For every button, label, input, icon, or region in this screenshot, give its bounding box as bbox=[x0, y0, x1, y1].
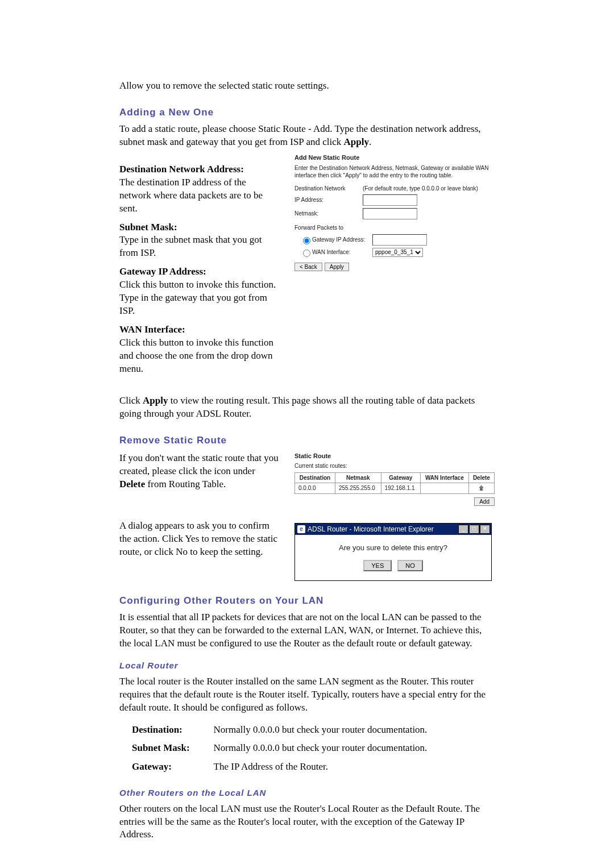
routes-caption: Current static routes: bbox=[294, 462, 495, 470]
remove-para2: A dialog appears to ask you to confirm t… bbox=[119, 520, 279, 559]
td-wan bbox=[420, 483, 468, 494]
static-route-title: Static Route bbox=[294, 452, 495, 460]
th-netmask: Netmask bbox=[335, 472, 381, 483]
static-route-panel: Static Route Current static routes: Dest… bbox=[294, 452, 495, 506]
wan-radio[interactable] bbox=[303, 250, 310, 257]
other-para: Other routers on the local LAN must use … bbox=[119, 803, 495, 842]
close-icon[interactable]: ✕ bbox=[480, 525, 490, 534]
th-delete: Delete bbox=[468, 472, 494, 483]
cfg-sm-label: Subnet Mask: bbox=[132, 740, 213, 757]
cfg-sm-value: Normally 0.0.0.0 but check your router d… bbox=[214, 740, 428, 757]
td-gw: 192.168.1.1 bbox=[381, 483, 420, 494]
def-dna-title: Destination Network Address: bbox=[119, 163, 279, 176]
no-button[interactable]: NO bbox=[397, 560, 423, 571]
td-dest: 0.0.0.0 bbox=[295, 483, 335, 494]
table-row: 0.0.0.0 255.255.255.0 192.168.1.1 🗑 bbox=[295, 483, 495, 494]
local-config-table: Destination:Normally 0.0.0.0 but check y… bbox=[131, 720, 428, 778]
forward-label: Forward Packets to bbox=[294, 224, 363, 232]
remove-p1c: from Routing Table. bbox=[145, 479, 226, 489]
cfg-gw-label: Gateway: bbox=[132, 758, 213, 776]
apply-note-post: to view the routing result. This page sh… bbox=[119, 395, 475, 419]
add-route-panel: Add New Static Route Enter the Destinati… bbox=[294, 153, 495, 271]
netmask-label: Netmask: bbox=[294, 210, 363, 218]
apply-note-pre: Click bbox=[119, 395, 143, 406]
dest-hint: (For default route, type 0.0.0.0 or leav… bbox=[363, 185, 478, 193]
adding-desc-text: To add a static route, please choose Sta… bbox=[119, 123, 481, 147]
heading-adding: Adding a New One bbox=[119, 106, 495, 119]
wan-radio-label: WAN Interface: bbox=[312, 248, 372, 256]
local-para: The local router is the Router installed… bbox=[119, 675, 495, 715]
th-gateway: Gateway bbox=[381, 472, 420, 483]
ie-icon: e bbox=[297, 525, 305, 533]
gateway-radio[interactable] bbox=[303, 237, 310, 244]
apply-note-bold: Apply bbox=[143, 395, 168, 406]
yes-button[interactable]: YES bbox=[363, 560, 392, 571]
def-dna-desc: The destination IP address of the networ… bbox=[119, 176, 279, 215]
cfg-dest-label: Destination: bbox=[132, 721, 213, 739]
wan-select[interactable]: pppoe_0_35_1 bbox=[372, 248, 423, 257]
def-sm-desc: Type in the subnet mask that you got fro… bbox=[119, 234, 279, 260]
dialog-message: Are you sure to delete this entry? bbox=[301, 543, 486, 553]
panel-text: Enter the Destination Network Address, N… bbox=[294, 164, 495, 179]
heading-config: Configuring Other Routers on Your LAN bbox=[119, 595, 495, 608]
netmask-input[interactable] bbox=[363, 208, 417, 219]
heading-other-routers: Other Routers on the Local LAN bbox=[119, 787, 495, 799]
routes-table: Destination Netmask Gateway WAN Interfac… bbox=[294, 472, 495, 494]
ip-label: IP Address: bbox=[294, 196, 363, 204]
apply-button[interactable]: Apply bbox=[325, 263, 349, 271]
back-button[interactable]: < Back bbox=[294, 263, 322, 271]
def-wan-title: WAN Interface: bbox=[119, 323, 279, 337]
def-gw-title: Gateway IP Address: bbox=[119, 265, 279, 279]
cfg-gw-value: The IP Address of the Router. bbox=[214, 758, 428, 776]
dialog-titlebar: e ADSL Router - Microsoft Internet Explo… bbox=[295, 524, 491, 535]
adding-desc: To add a static route, please choose Sta… bbox=[119, 123, 495, 149]
dialog-title: ADSL Router - Microsoft Internet Explore… bbox=[308, 525, 434, 534]
definition-list: Destination Network Address: The destina… bbox=[119, 163, 279, 376]
td-nm: 255.255.255.0 bbox=[335, 483, 381, 494]
apply-note: Click Apply to view the routing result. … bbox=[119, 394, 495, 421]
def-gw-desc: Click this button to invoke this functio… bbox=[119, 279, 279, 318]
config-para: It is essential that all IP packets for … bbox=[119, 611, 495, 650]
minimize-icon[interactable]: _ bbox=[458, 525, 468, 534]
trash-icon[interactable]: 🗑 bbox=[479, 485, 484, 491]
confirm-dialog: e ADSL Router - Microsoft Internet Explo… bbox=[294, 523, 492, 581]
ip-input[interactable] bbox=[363, 194, 417, 206]
remove-para1: If you don't want the static route that … bbox=[119, 452, 279, 491]
add-button[interactable]: Add bbox=[474, 497, 495, 506]
intro-text: Allow you to remove the selected static … bbox=[119, 80, 495, 93]
gateway-radio-label: Gateway IP Address: bbox=[312, 236, 372, 244]
adding-desc-end: . bbox=[369, 136, 371, 147]
remove-p1a: If you don't want the static route that … bbox=[119, 452, 279, 476]
dest-network-label: Destination Network bbox=[294, 185, 363, 193]
th-dest: Destination bbox=[295, 472, 335, 483]
def-wan-desc: Click this button to invoke this functio… bbox=[119, 337, 279, 376]
heading-remove: Remove Static Route bbox=[119, 434, 495, 447]
th-wan: WAN Interface bbox=[420, 472, 468, 483]
panel-title: Add New Static Route bbox=[294, 153, 495, 162]
gateway-input[interactable] bbox=[372, 234, 427, 246]
cfg-dest-value: Normally 0.0.0.0 but check your router d… bbox=[214, 721, 428, 739]
adding-desc-bold: Apply bbox=[344, 136, 369, 147]
heading-local-router: Local Router bbox=[119, 660, 495, 671]
maximize-icon[interactable]: □ bbox=[469, 525, 479, 534]
remove-p1b: Delete bbox=[119, 479, 145, 489]
table-header-row: Destination Netmask Gateway WAN Interfac… bbox=[295, 472, 495, 483]
def-sm-title: Subnet Mask: bbox=[119, 221, 279, 234]
